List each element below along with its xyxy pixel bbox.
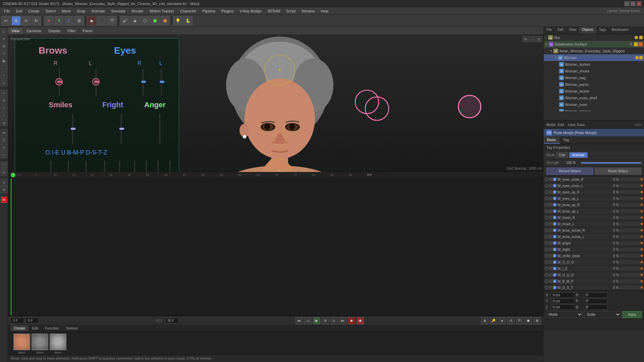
menu-animate[interactable]: Animate (89, 8, 108, 14)
bot-tab-edit[interactable]: Edit (29, 325, 42, 331)
z-input[interactable] (551, 305, 575, 310)
morph-check-11[interactable]: ✓ (549, 248, 552, 251)
morph-eye-8[interactable] (545, 229, 548, 232)
toolbar-smooth[interactable]: ⬡ (140, 16, 150, 25)
timeline-start-dot[interactable] (11, 173, 15, 177)
left-icon-bridge[interactable]: ⌶ (1, 112, 7, 119)
material-2[interactable]: Wom (32, 334, 48, 354)
reset-sliders-btn[interactable]: Reset Sliders (595, 168, 642, 175)
bot-tab-create[interactable]: Create (11, 325, 29, 331)
morph-check-1[interactable]: ✓ (549, 184, 552, 187)
morph-check-17[interactable]: ✓ (549, 286, 552, 289)
obj-woman-lashes[interactable]: M Woman_lashes (544, 61, 644, 68)
menu-file[interactable]: File (1, 8, 13, 14)
woman-dot2[interactable] (639, 56, 643, 59)
transport-stop[interactable]: ⏸ (322, 317, 329, 324)
bmp3-slider[interactable] (134, 161, 135, 172)
dstz-slider[interactable] (146, 161, 147, 172)
morph-slider-9[interactable] (620, 235, 640, 238)
menu-snap[interactable]: Snap (74, 8, 88, 14)
morph-check-5[interactable]: ✓ (549, 209, 552, 213)
obj-woman-lacket[interactable]: M Woman_lacket (544, 88, 644, 95)
obj-woman[interactable]: ▼ M Woman (544, 54, 644, 61)
morph-slider-5[interactable] (620, 210, 640, 213)
morph-slider-16[interactable] (620, 280, 640, 283)
brow-l-circle[interactable] (92, 78, 100, 85)
cycle-icon[interactable]: ↺ (507, 317, 515, 324)
point-icon[interactable]: ● (498, 317, 506, 324)
vp-ctrl-expand[interactable]: ⊞ (523, 36, 529, 42)
left-icon-point[interactable]: · (1, 65, 7, 72)
morph-slider-1[interactable] (620, 184, 640, 187)
left-icon-select[interactable]: ▷ (1, 28, 7, 35)
menu-script[interactable]: Script (283, 8, 298, 14)
morph-slider-15[interactable] (620, 274, 640, 276)
morph-eye-3[interactable] (545, 197, 548, 200)
rtab-edit[interactable]: Edit (555, 27, 566, 34)
menu-mesh[interactable]: Mesh (59, 8, 73, 14)
morph-eye-6[interactable] (545, 216, 548, 219)
apply-button[interactable]: Apply (622, 311, 642, 318)
obj-woman-eyes[interactable]: M Woman_eyes (544, 101, 644, 108)
left-icon-material[interactable]: ⊘ (1, 169, 7, 176)
morph-check-14[interactable]: ✓ (549, 267, 552, 270)
bmp-slider[interactable] (104, 161, 105, 172)
morph-eye-11[interactable] (545, 248, 548, 251)
anger-slider[interactable] (159, 114, 160, 144)
morph-eye-9[interactable] (545, 235, 548, 238)
obj-woman-tongue[interactable]: M Woman_tongue (544, 108, 644, 111)
morph-eye-1[interactable] (545, 184, 548, 187)
toolbar-undo[interactable]: ↩ (1, 16, 11, 25)
h-input[interactable] (584, 293, 607, 298)
dstz3-slider[interactable] (169, 161, 170, 172)
morph-slider-4[interactable] (620, 203, 640, 206)
toolbar-select-paint[interactable]: ◈ (130, 16, 140, 25)
toolbar-render3[interactable]: 🎬 (107, 16, 117, 25)
left-icon-bevel[interactable]: ◇ (1, 105, 7, 111)
left-icon-move[interactable]: ✛ (1, 36, 7, 42)
menu-motion-tracker[interactable]: Motion Tracker (147, 8, 177, 14)
transport-record2[interactable]: ⏺ (357, 317, 364, 324)
transport-play[interactable]: ▶ (313, 317, 320, 324)
subdiv-dot2[interactable] (639, 42, 643, 46)
coord-mode-select[interactable]: World Object Parent (546, 311, 583, 318)
object-list[interactable]: ▷ ☁ Sky ▼ S Subdivision Surface (544, 34, 644, 111)
eye-l-slider-track[interactable] (161, 69, 162, 96)
transport-next[interactable]: ▷ (330, 317, 338, 324)
current-frame-display[interactable]: 0 F (25, 318, 39, 323)
vp-ctrl-camera[interactable]: ↕ (529, 36, 535, 42)
morph-check-8[interactable]: ✓ (549, 229, 552, 232)
viewport-tab-panel[interactable]: Panel (79, 28, 96, 34)
morph-check-0[interactable]: ✓ (549, 178, 552, 181)
morph-eye-14[interactable] (545, 267, 548, 270)
key-icon[interactable]: 🔑 (490, 317, 497, 324)
material-1[interactable]: Wom (13, 334, 30, 354)
x-input[interactable] (551, 293, 575, 298)
viewport-tab-view[interactable]: View (8, 28, 23, 34)
rtab-view[interactable]: View (566, 27, 579, 34)
menu-character[interactable]: Character (177, 8, 199, 14)
left-icon-scale[interactable]: ⊞ (1, 43, 7, 50)
morph-slider-11[interactable] (620, 248, 640, 251)
morph-check-7[interactable]: ✓ (549, 222, 552, 226)
transport-first[interactable]: ⏮ (296, 317, 303, 324)
transport-prev[interactable]: ◁ (304, 317, 312, 324)
minimize-button[interactable]: ─ (625, 1, 629, 6)
menu-help[interactable]: Help (318, 8, 331, 14)
toolbar-render2[interactable]: ⬛ (97, 16, 107, 25)
bmp2-slider[interactable] (119, 161, 120, 172)
toolbar-render[interactable]: ▶ (87, 16, 97, 25)
scale-mode-select[interactable]: Scale (584, 311, 621, 318)
woman-dot[interactable] (635, 56, 639, 59)
morph-check-12[interactable]: ✓ (549, 254, 552, 257)
obj-sky-dot[interactable] (635, 36, 638, 39)
record-sliders-btn[interactable]: Record Sliders (546, 168, 593, 175)
morph-eye-4[interactable] (545, 203, 548, 206)
obj-subdiv[interactable]: ▼ S Subdivision Surface 👁 (544, 41, 644, 48)
menu-simulate[interactable]: Simulate (108, 8, 128, 14)
morph-eye-15[interactable] (545, 273, 548, 277)
end-frame-display[interactable]: 90 F (165, 318, 179, 323)
left-icon-poly[interactable]: ◻ (1, 80, 7, 86)
marker-icon[interactable]: P (516, 317, 523, 324)
mode-animate-btn[interactable]: Animate (569, 152, 588, 158)
